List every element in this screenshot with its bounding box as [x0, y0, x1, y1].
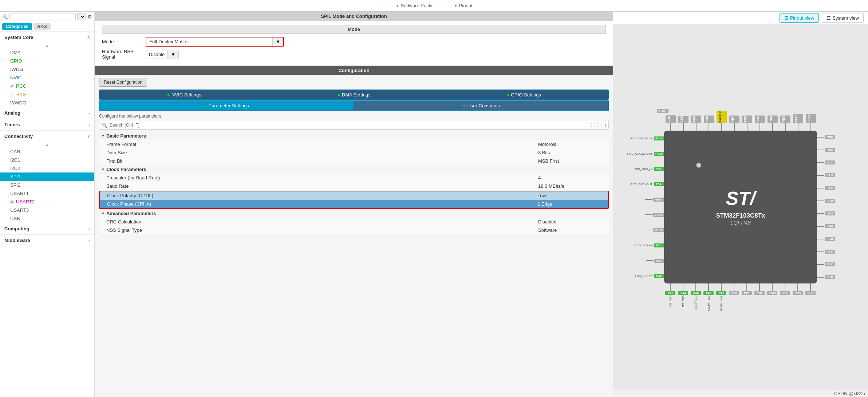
pinout-icon: ⊞: [784, 15, 789, 21]
search-input[interactable]: [9, 13, 76, 20]
pin-left-pa2: LCD_RES PA2: [635, 274, 664, 278]
center-panel: SPI1 Mode and Configuration Mode Mode Fu…: [95, 12, 613, 397]
sidebar-item-can[interactable]: CAN: [0, 147, 94, 156]
tab-az[interactable]: A->Z: [33, 23, 51, 30]
configure-label: Configure the below parameters :: [99, 114, 609, 119]
info-icon2[interactable]: ⓘ: [597, 122, 602, 128]
pin-pb5: PB5: [755, 116, 765, 131]
pin-left-rcc-osc-out: RCC_OSC_OUT PD1-: [635, 182, 664, 186]
config-section: Configuration Reset Configuration ● NVIC…: [95, 66, 613, 397]
pin-left-nrst: NRST: [635, 198, 664, 202]
pin-right-pb15: PB15: [817, 237, 846, 241]
analog-label: Analog: [4, 110, 20, 116]
nss-value: Disable: [146, 50, 167, 59]
mode-arrow[interactable]: ▼: [272, 37, 283, 46]
sidebar-item-wwdg[interactable]: WWDG: [0, 99, 94, 107]
mode-value: Full-Duplex Master: [146, 37, 272, 46]
software-packs-btn[interactable]: ▼ Software Packs: [393, 1, 437, 10]
mode-row: Mode Full-Duplex Master ▼: [102, 37, 606, 47]
tab-parameter-settings[interactable]: ● Parameter Settings: [99, 100, 354, 111]
tab-dma-settings[interactable]: ● DMA Settings: [269, 90, 439, 99]
sidebar-item-usart1[interactable]: USART1: [0, 189, 94, 198]
chevron-right-icon: ›: [88, 111, 90, 115]
frame-format-name: Frame Format: [99, 140, 536, 148]
sidebar-item-dma[interactable]: DMA: [0, 48, 94, 57]
tab-user-constants[interactable]: ● User Constants: [354, 100, 609, 111]
tab-gpio-settings[interactable]: ● GPIO Settings: [439, 90, 608, 99]
pin-pb7: PB7: [729, 116, 739, 131]
chevron-up-icon: ∧: [87, 35, 90, 40]
param-row-first-bit: First Bit MSB First: [99, 157, 609, 165]
system-view-label: System view: [832, 15, 859, 21]
sidebar-item-usart2[interactable]: ⊘ USART2: [0, 198, 94, 206]
nss-select[interactable]: Disable ▼: [146, 50, 179, 59]
first-bit-value: MSB First: [536, 157, 609, 165]
mode-section-title: Mode: [102, 25, 606, 34]
computing-label: Computing: [4, 226, 29, 231]
crc-value: Disabled: [536, 218, 609, 226]
category-timers[interactable]: Timers ›: [0, 119, 94, 130]
category-middleware[interactable]: Middleware ›: [0, 234, 94, 246]
pin-right-pa11: PA11: [817, 186, 846, 190]
pin-left-rcc-osc32-out: RCC_OSC32_OUT PC15-: [635, 152, 664, 156]
tab-categories[interactable]: Categories: [2, 23, 32, 30]
warn-icon: ⚠: [10, 92, 14, 97]
chevron-down-icon: ▼: [396, 4, 399, 8]
param-search-bar: 🔍 ⓘ ⓘ ℹ: [99, 121, 609, 130]
param-row-prescaler: Prescaler (for Baud Rate) 4: [99, 174, 609, 182]
mode-select[interactable]: Full-Duplex Master ▼: [146, 37, 284, 47]
chip-container: VDD VSS PB9 PB8: [635, 102, 846, 313]
reset-config-button[interactable]: Reset Configuration: [99, 78, 147, 87]
sidebar-item-sys[interactable]: ⚠ SYS: [0, 90, 94, 99]
category-computing[interactable]: Computing ›: [0, 223, 94, 234]
nss-arrow[interactable]: ▼: [167, 50, 178, 59]
pinout-view-btn[interactable]: ⊞ Pinout view: [780, 13, 819, 23]
sidebar-item-i2c2[interactable]: I2C2: [0, 164, 94, 172]
basic-params-header[interactable]: ▼ Basic Parameters: [99, 132, 609, 140]
iwdg-label: IWDG: [10, 67, 23, 72]
sidebar-item-i2c1[interactable]: I2C1: [0, 156, 94, 164]
pins-right: VDD VSS PA13 PA12: [817, 131, 846, 283]
usart2-label: USART2: [16, 199, 35, 205]
i2c1-label: I2C1: [10, 157, 20, 163]
pin-left-vssa: VSSA: [635, 213, 664, 217]
pin-right-pb12: PB12: [817, 275, 846, 279]
spi1-label: SPI1: [10, 174, 20, 179]
category-connectivity[interactable]: Connectivity ∨: [0, 130, 94, 142]
sidebar-item-spi1[interactable]: SPI1: [0, 172, 94, 181]
param-search-input[interactable]: [110, 123, 588, 128]
pinout-btn[interactable]: ▼ Pinout: [451, 1, 476, 10]
usart3-label: USART3: [10, 207, 29, 213]
pin-vss-top: VSS: [678, 116, 689, 131]
search-dropdown[interactable]: [77, 13, 86, 20]
param-row-cpol[interactable]: Clock Polarity (CPOL) Low: [100, 191, 608, 200]
param-row-cpha[interactable]: Clock Phase (CPHA) 1 Edge: [100, 200, 608, 208]
chevron-right-icon4: ›: [88, 238, 90, 243]
sidebar-item-nvic[interactable]: NVIC: [0, 74, 94, 82]
sidebar-item-usb[interactable]: USB: [0, 214, 94, 223]
pin-left-rcc-osc-in: RCC_OSC_IN PD0-: [635, 167, 664, 171]
sidebar-item-gpio[interactable]: GPIO: [0, 57, 94, 65]
tab-nvic-settings[interactable]: ● NVIC Settings: [99, 90, 269, 99]
system-view-btn[interactable]: ⊟ System view: [822, 13, 864, 23]
check-icon: ✔: [10, 84, 14, 89]
top-bar-center: ▼ Software Packs ▼ Pinout: [293, 1, 575, 10]
clock-params-header[interactable]: ▼ Clock Parameters: [99, 165, 609, 174]
usb-label: USB: [10, 216, 20, 221]
pin-pb4: PB4: [768, 116, 778, 131]
category-analog[interactable]: Analog ›: [0, 107, 94, 119]
sidebar-item-rcc[interactable]: ✔ RCC: [0, 82, 94, 90]
pin-pa7: PA7 SPI1_MOSI: [716, 283, 726, 311]
sidebar-item-iwdg[interactable]: IWDG: [0, 65, 94, 74]
pin-right-vss: VSS: [817, 148, 846, 152]
pin-pb3: PB3: [780, 116, 790, 131]
nss-type-value: Software: [536, 226, 609, 234]
info-icon1[interactable]: ⓘ: [591, 122, 595, 128]
sidebar-item-usart3[interactable]: USART3: [0, 206, 94, 214]
i2c2-label: I2C2: [10, 166, 20, 171]
sidebar-item-spi2[interactable]: SPI2: [0, 181, 94, 189]
advanced-params-header[interactable]: ▼ Advanced Parameters: [99, 209, 609, 218]
pin-vss-bottom: VSS: [793, 283, 803, 295]
gear-icon[interactable]: ⚙: [87, 14, 92, 20]
category-system-core[interactable]: System Core ∧: [0, 31, 94, 43]
